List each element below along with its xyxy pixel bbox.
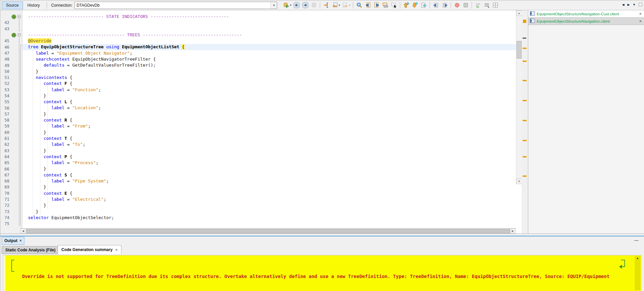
code-line[interactable]: 50 } xyxy=(0,69,516,75)
maximize-window-icon[interactable] xyxy=(639,3,642,6)
run-database-button[interactable]: ▾ xyxy=(282,1,292,10)
comment-button[interactable] xyxy=(474,1,482,10)
code-line[interactable]: 57 } xyxy=(0,111,516,117)
code-line[interactable]: 43 xyxy=(0,26,516,32)
code-line[interactable]: 52 context F { xyxy=(0,81,516,87)
code-line[interactable]: 68 label = "Pipe System"; xyxy=(0,178,516,184)
vertical-scrollbar-thumb[interactable] xyxy=(517,41,522,59)
navigate-forward-button[interactable] xyxy=(301,1,309,10)
output-vertical-scrollbar[interactable]: ▲ xyxy=(635,256,640,290)
scroll-right-icon[interactable]: ▶ xyxy=(510,228,516,233)
fold-collapse-icon[interactable] xyxy=(18,15,21,18)
dropdown-arrow-icon[interactable]: ▾ xyxy=(290,4,291,7)
code-line[interactable]: 67 context S { xyxy=(0,172,516,178)
warning-mark[interactable] xyxy=(523,156,527,157)
tab-code-generation-summary[interactable]: Code Generation summary × xyxy=(58,245,121,254)
jump-back-button[interactable]: ▾ xyxy=(331,1,341,10)
panel-splitter[interactable] xyxy=(0,233,644,236)
code-line[interactable]: 46 tree EquipObjectStructureTree using E… xyxy=(0,44,516,50)
document-tab-base-client[interactable]: EquipmentObjectStructureNavigation.clien… xyxy=(528,18,644,25)
code-line[interactable]: 59 label = "From"; xyxy=(0,123,516,129)
scroll-up-icon[interactable]: ▲ xyxy=(635,257,640,260)
warning-mark[interactable] xyxy=(523,175,527,177)
code-line[interactable]: 47 label = "Equipment Object Navigator"; xyxy=(0,50,516,56)
warning-mark[interactable] xyxy=(523,100,527,101)
code-line[interactable]: 64 context P { xyxy=(0,154,516,160)
code-line[interactable]: 55 context L { xyxy=(0,99,516,105)
close-icon[interactable]: × xyxy=(19,238,22,243)
connection-select[interactable]: DTAGDevDb ▾ xyxy=(74,2,277,9)
editor-vertical-scrollbar[interactable]: ▲ ▼ xyxy=(516,10,522,184)
code-line[interactable]: 54 } xyxy=(0,93,516,99)
scroll-down-icon[interactable]: ▼ xyxy=(516,178,522,184)
code-line[interactable]: 48 searchcontext EquipObjectNavigatorTre… xyxy=(0,56,516,62)
source-tab[interactable]: Source xyxy=(2,1,23,9)
code-line[interactable]: 69 } xyxy=(0,184,516,190)
minimize-output-icon[interactable]: — xyxy=(632,237,640,243)
chevron-down-icon[interactable]: ▾ xyxy=(270,2,277,9)
annotation-glyph-icon[interactable] xyxy=(10,14,17,19)
warning-mark[interactable] xyxy=(523,80,527,81)
fold-collapse-icon[interactable] xyxy=(18,33,21,36)
stop-macro-recording-button[interactable] xyxy=(461,1,470,10)
code-line[interactable]: 74 selector EquipmentObjectSelector; xyxy=(0,215,516,221)
warning-mark[interactable] xyxy=(523,61,527,62)
code-line[interactable]: 71 label = "Electrical"; xyxy=(0,196,516,202)
shift-line-left-button[interactable] xyxy=(432,1,440,10)
last-edit-location-button[interactable] xyxy=(322,1,331,10)
annotation-glyph-icon[interactable] xyxy=(10,33,17,38)
code-line[interactable]: ------------------------------------- TR… xyxy=(0,32,516,38)
database-disabled-button[interactable] xyxy=(309,1,318,10)
editor-horizontal-scrollbar[interactable]: ◀ ▶ xyxy=(20,228,516,233)
tab-scroll-right-icon[interactable]: ▶ xyxy=(627,3,630,6)
code-line[interactable]: 58 context R { xyxy=(0,117,516,123)
code-line[interactable]: 65 label = "Process"; xyxy=(0,160,516,166)
code-line[interactable]: 51 navicontexts { xyxy=(0,75,516,81)
uncomment-button[interactable] xyxy=(482,1,491,10)
find-button[interactable] xyxy=(355,1,364,10)
start-macro-recording-button[interactable] xyxy=(453,1,461,10)
scroll-left-icon[interactable]: ◀ xyxy=(20,228,26,233)
caret-position-mark[interactable] xyxy=(523,38,526,39)
code-line[interactable]: 63 } xyxy=(0,148,516,154)
horizontal-scrollbar-thumb[interactable] xyxy=(26,229,510,233)
warning-mark[interactable] xyxy=(523,120,527,121)
code-line[interactable]: 49 defaults = GetDefaultValuesForTreeFil… xyxy=(0,62,516,68)
shift-line-right-button[interactable] xyxy=(440,1,449,10)
history-tab[interactable]: History xyxy=(23,1,44,9)
close-icon[interactable]: × xyxy=(638,19,642,24)
toggle-bookmark-button[interactable] xyxy=(419,1,428,10)
code-line[interactable]: 66 } xyxy=(0,166,516,172)
close-icon[interactable]: × xyxy=(638,11,642,16)
find-next-occurrence-button[interactable] xyxy=(372,1,381,10)
navigate-back-button[interactable] xyxy=(292,1,301,10)
code-line[interactable]: 45 @Override xyxy=(0,38,516,44)
toggle-rectangular-selection-button[interactable] xyxy=(390,1,398,10)
close-icon[interactable]: × xyxy=(115,247,118,252)
scroll-up-icon[interactable]: ▲ xyxy=(516,10,522,16)
code-line[interactable]: 61 context T { xyxy=(0,136,516,142)
paste-formatted-button[interactable] xyxy=(491,1,500,10)
document-tab-cust-client[interactable]: EquipmentObjectStructureNavigation-Cust.… xyxy=(528,10,644,18)
tab-static-code-analysis[interactable]: Static Code Analysis (File) × xyxy=(2,246,64,254)
code-line[interactable]: ----------------------------- STATE INDI… xyxy=(0,14,516,20)
jump-forward-button[interactable]: ▾ xyxy=(341,1,351,10)
find-previous-occurrence-button[interactable] xyxy=(364,1,372,10)
code-line[interactable]: 53 label = "Function"; xyxy=(0,87,516,93)
dropdown-arrow-icon[interactable]: ▾ xyxy=(349,4,350,7)
code-line[interactable]: 62 label = "To"; xyxy=(0,142,516,147)
tab-list-icon[interactable]: ▼ xyxy=(633,3,636,6)
code-line[interactable]: 42 xyxy=(0,20,516,26)
dropdown-arrow-icon[interactable]: ▾ xyxy=(339,4,340,7)
code-line[interactable]: 60 } xyxy=(0,130,516,136)
tab-scroll-left-icon[interactable]: ◀ xyxy=(622,3,624,6)
code-line[interactable]: 72 } xyxy=(0,202,516,208)
warning-mark[interactable] xyxy=(523,48,527,49)
next-bookmark-button[interactable] xyxy=(411,1,419,10)
warning-mark[interactable] xyxy=(523,140,527,141)
code-line[interactable]: 56 label = "Location"; xyxy=(0,105,516,111)
error-stripe-summary-mark[interactable] xyxy=(523,20,526,23)
toggle-highlight-search-button[interactable] xyxy=(381,1,390,10)
previous-bookmark-button[interactable] xyxy=(402,1,411,10)
code-line[interactable]: 75 xyxy=(0,221,516,227)
